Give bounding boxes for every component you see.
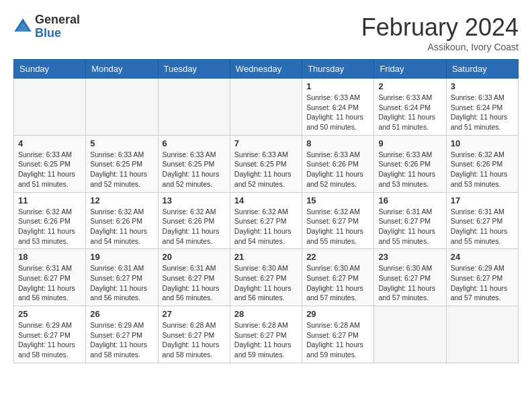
day-info: Sunrise: 6:32 AMSunset: 6:26 PMDaylight:…: [163, 207, 226, 246]
header-monday: Monday: [86, 60, 158, 79]
day-info: Sunrise: 6:32 AMSunset: 6:27 PMDaylight:…: [306, 207, 369, 246]
logo-text: General Blue: [35, 13, 80, 40]
day-number: 20: [163, 252, 226, 262]
header-friday: Friday: [374, 60, 446, 79]
day-info: Sunrise: 6:32 AMSunset: 6:26 PMDaylight:…: [451, 150, 514, 189]
table-row: 12Sunrise: 6:32 AMSunset: 6:26 PMDayligh…: [86, 192, 158, 249]
table-row: 25Sunrise: 6:29 AMSunset: 6:27 PMDayligh…: [14, 306, 86, 363]
table-row: [14, 79, 86, 136]
day-number: 18: [18, 252, 81, 262]
day-info: Sunrise: 6:29 AMSunset: 6:27 PMDaylight:…: [451, 263, 514, 303]
table-row: 3Sunrise: 6:33 AMSunset: 6:24 PMDaylight…: [446, 79, 518, 136]
day-info: Sunrise: 6:33 AMSunset: 6:24 PMDaylight:…: [306, 93, 369, 132]
day-info: Sunrise: 6:33 AMSunset: 6:25 PMDaylight:…: [163, 150, 226, 189]
calendar-table: Sunday Monday Tuesday Wednesday Thursday…: [13, 59, 519, 363]
logo-general: General: [35, 13, 80, 26]
table-row: 10Sunrise: 6:32 AMSunset: 6:26 PMDayligh…: [446, 135, 518, 192]
day-number: 29: [306, 309, 369, 319]
day-number: 3: [451, 81, 514, 91]
calendar-week-row: 25Sunrise: 6:29 AMSunset: 6:27 PMDayligh…: [14, 306, 519, 363]
header: General Blue February 2024 Assikoun, Ivo…: [13, 13, 519, 52]
day-number: 10: [451, 138, 514, 148]
day-number: 22: [306, 252, 369, 262]
table-row: [158, 79, 230, 136]
table-row: 22Sunrise: 6:30 AMSunset: 6:27 PMDayligh…: [302, 249, 374, 306]
day-number: 16: [378, 195, 441, 205]
day-info: Sunrise: 6:33 AMSunset: 6:25 PMDaylight:…: [234, 150, 298, 189]
day-info: Sunrise: 6:31 AMSunset: 6:27 PMDaylight:…: [451, 207, 514, 246]
table-row: 29Sunrise: 6:28 AMSunset: 6:27 PMDayligh…: [302, 306, 374, 363]
calendar-week-row: 11Sunrise: 6:32 AMSunset: 6:26 PMDayligh…: [14, 192, 519, 249]
day-info: Sunrise: 6:33 AMSunset: 6:25 PMDaylight:…: [18, 150, 81, 189]
table-row: 15Sunrise: 6:32 AMSunset: 6:27 PMDayligh…: [302, 192, 374, 249]
day-number: 1: [306, 81, 369, 91]
day-number: 2: [378, 81, 441, 91]
day-info: Sunrise: 6:28 AMSunset: 6:27 PMDaylight:…: [306, 320, 369, 360]
day-number: 8: [306, 138, 369, 148]
table-row: 13Sunrise: 6:32 AMSunset: 6:26 PMDayligh…: [158, 192, 230, 249]
day-number: 5: [90, 138, 153, 148]
day-info: Sunrise: 6:30 AMSunset: 6:27 PMDaylight:…: [378, 263, 441, 303]
table-row: [374, 306, 446, 363]
day-number: 11: [18, 195, 81, 205]
table-row: 21Sunrise: 6:30 AMSunset: 6:27 PMDayligh…: [230, 249, 302, 306]
table-row: 28Sunrise: 6:28 AMSunset: 6:27 PMDayligh…: [230, 306, 302, 363]
day-number: 6: [163, 138, 226, 148]
table-row: 14Sunrise: 6:32 AMSunset: 6:27 PMDayligh…: [230, 192, 302, 249]
table-row: 26Sunrise: 6:29 AMSunset: 6:27 PMDayligh…: [86, 306, 158, 363]
table-row: [230, 79, 302, 136]
day-number: 9: [378, 138, 441, 148]
day-info: Sunrise: 6:33 AMSunset: 6:25 PMDaylight:…: [90, 150, 153, 189]
day-number: 24: [451, 252, 514, 262]
table-row: 20Sunrise: 6:31 AMSunset: 6:27 PMDayligh…: [158, 249, 230, 306]
day-number: 27: [163, 309, 226, 319]
month-title: February 2024: [361, 13, 519, 42]
logo: General Blue: [13, 13, 80, 40]
header-thursday: Thursday: [302, 60, 374, 79]
table-row: 17Sunrise: 6:31 AMSunset: 6:27 PMDayligh…: [446, 192, 518, 249]
day-info: Sunrise: 6:32 AMSunset: 6:26 PMDaylight:…: [90, 207, 153, 246]
day-number: 15: [306, 195, 369, 205]
day-number: 23: [378, 252, 441, 262]
location-subtitle: Assikoun, Ivory Coast: [361, 42, 519, 52]
day-info: Sunrise: 6:28 AMSunset: 6:27 PMDaylight:…: [234, 320, 298, 360]
day-info: Sunrise: 6:33 AMSunset: 6:24 PMDaylight:…: [378, 93, 441, 132]
day-number: 19: [90, 252, 153, 262]
table-row: [86, 79, 158, 136]
header-saturday: Saturday: [446, 60, 518, 79]
day-info: Sunrise: 6:30 AMSunset: 6:27 PMDaylight:…: [306, 263, 369, 303]
day-number: 14: [234, 195, 298, 205]
day-number: 4: [18, 138, 81, 148]
day-info: Sunrise: 6:33 AMSunset: 6:26 PMDaylight:…: [306, 150, 369, 189]
table-row: 16Sunrise: 6:31 AMSunset: 6:27 PMDayligh…: [374, 192, 446, 249]
table-row: 7Sunrise: 6:33 AMSunset: 6:25 PMDaylight…: [230, 135, 302, 192]
day-number: 7: [234, 138, 298, 148]
table-row: 4Sunrise: 6:33 AMSunset: 6:25 PMDaylight…: [14, 135, 86, 192]
header-sunday: Sunday: [14, 60, 86, 79]
day-info: Sunrise: 6:32 AMSunset: 6:26 PMDaylight:…: [18, 207, 81, 246]
table-row: 5Sunrise: 6:33 AMSunset: 6:25 PMDaylight…: [86, 135, 158, 192]
day-number: 17: [451, 195, 514, 205]
calendar-week-row: 1Sunrise: 6:33 AMSunset: 6:24 PMDaylight…: [14, 79, 519, 136]
table-row: 9Sunrise: 6:33 AMSunset: 6:26 PMDaylight…: [374, 135, 446, 192]
day-info: Sunrise: 6:29 AMSunset: 6:27 PMDaylight:…: [18, 320, 81, 360]
day-info: Sunrise: 6:29 AMSunset: 6:27 PMDaylight:…: [90, 320, 153, 360]
day-info: Sunrise: 6:31 AMSunset: 6:27 PMDaylight:…: [378, 207, 441, 246]
day-info: Sunrise: 6:31 AMSunset: 6:27 PMDaylight:…: [163, 263, 226, 303]
day-number: 26: [90, 309, 153, 319]
table-row: 11Sunrise: 6:32 AMSunset: 6:26 PMDayligh…: [14, 192, 86, 249]
table-row: [446, 306, 518, 363]
table-row: 24Sunrise: 6:29 AMSunset: 6:27 PMDayligh…: [446, 249, 518, 306]
table-row: 6Sunrise: 6:33 AMSunset: 6:25 PMDaylight…: [158, 135, 230, 192]
logo-blue: Blue: [35, 26, 61, 40]
header-tuesday: Tuesday: [158, 60, 230, 79]
day-info: Sunrise: 6:33 AMSunset: 6:26 PMDaylight:…: [378, 150, 441, 189]
calendar-header-row: Sunday Monday Tuesday Wednesday Thursday…: [14, 60, 519, 79]
day-info: Sunrise: 6:31 AMSunset: 6:27 PMDaylight:…: [18, 263, 81, 303]
title-area: February 2024 Assikoun, Ivory Coast: [361, 13, 519, 52]
table-row: 1Sunrise: 6:33 AMSunset: 6:24 PMDaylight…: [302, 79, 374, 136]
generalblue-logo-icon: [13, 17, 32, 36]
calendar-week-row: 4Sunrise: 6:33 AMSunset: 6:25 PMDaylight…: [14, 135, 519, 192]
table-row: 19Sunrise: 6:31 AMSunset: 6:27 PMDayligh…: [86, 249, 158, 306]
table-row: 8Sunrise: 6:33 AMSunset: 6:26 PMDaylight…: [302, 135, 374, 192]
